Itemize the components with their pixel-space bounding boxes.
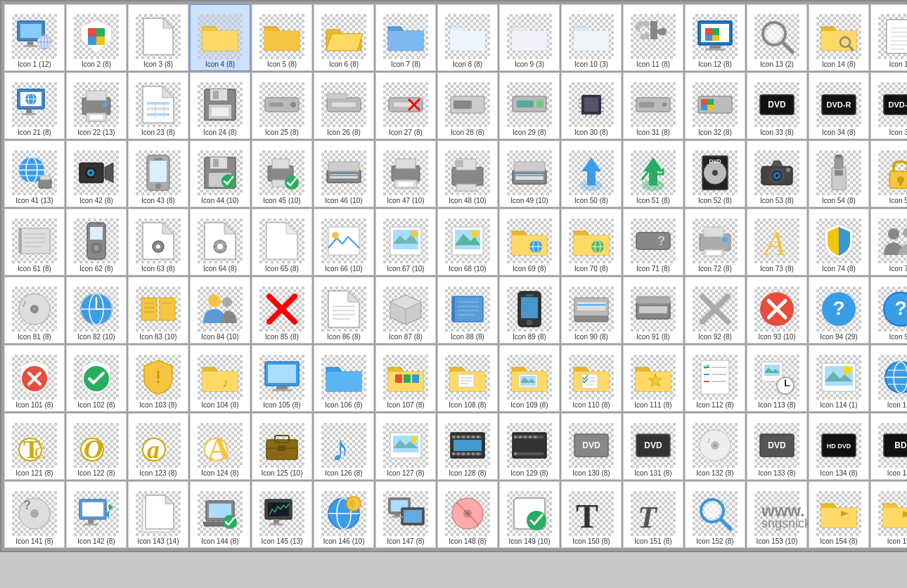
icon-cell-5[interactable]: Icon 5 (8) [252,4,312,71]
icon-cell-75[interactable]: Icon 75 [870,209,907,275]
icon-cell-141[interactable]: ?Icon 141 (8) [4,481,65,548]
icon-cell-143[interactable]: Icon 143 (14) [128,481,188,548]
icon-cell-72[interactable]: Icon 72 (8) [685,209,745,275]
icon-cell-33[interactable]: DVDIcon 33 (8) [747,72,807,139]
icon-cell-61[interactable]: Icon 61 (8) [4,209,65,275]
icon-cell-49[interactable]: Icon 49 (10) [499,141,560,207]
icon-cell-13[interactable]: Icon 13 (2) [747,4,807,71]
icon-cell-45[interactable]: Icon 45 (10) [252,141,312,207]
icon-cell-64[interactable]: Icon 64 (8) [190,209,250,275]
icon-cell-105[interactable]: Icon 105 (8) [252,345,312,412]
icon-cell-88[interactable]: Icon 88 (8) [437,277,498,344]
icon-cell-94[interactable]: ?Icon 94 (29) [809,277,869,344]
icon-cell-66[interactable]: Icon 66 (10) [314,209,374,275]
icon-cell-152[interactable]: Icon 152 (8) [685,481,745,548]
icon-cell-21[interactable]: Icon 21 (8) [4,72,65,139]
icon-cell-115[interactable]: Icon 115 [870,345,907,412]
icon-cell-133[interactable]: DVDIcon 133 (8) [747,413,807,480]
icon-cell-84[interactable]: Icon 84 (10) [190,277,250,344]
icon-cell-150[interactable]: TIcon 150 (8) [561,481,622,548]
icon-cell-125[interactable]: Icon 125 (10) [252,413,312,480]
icon-cell-71[interactable]: ?Icon 71 (8) [623,209,683,275]
icon-cell-12[interactable]: Icon 12 (8) [685,4,745,71]
icon-cell-134[interactable]: HD DVDIcon 134 (8) [809,413,869,480]
icon-cell-30[interactable]: Icon 30 (8) [561,72,622,139]
icon-cell-85[interactable]: Icon 85 (8) [252,277,312,344]
icon-cell-127[interactable]: Icon 127 (8) [375,413,436,480]
icon-cell-153[interactable]: www.sngsnickIcon 153 (10) [747,481,807,548]
icon-cell-89[interactable]: Icon 89 (8) [499,277,560,344]
icon-cell-112[interactable]: Icon 112 (8) [685,345,745,412]
icon-cell-81[interactable]: ♪Icon 81 (8) [4,277,65,344]
icon-cell-54[interactable]: Icon 54 (8) [809,141,869,207]
icon-cell-90[interactable]: Icon 90 (8) [561,277,622,344]
icon-cell-108[interactable]: Icon 108 (8) [437,345,498,412]
icon-cell-146[interactable]: Icon 146 (10) [314,481,374,548]
icon-cell-101[interactable]: Icon 101 (8) [4,345,65,412]
icon-cell-55[interactable]: Icon 55 [870,141,907,207]
icon-cell-3[interactable]: Icon 3 (8) [128,4,188,71]
icon-cell-47[interactable]: Icon 47 (10) [375,141,436,207]
icon-cell-107[interactable]: Icon 107 (8) [375,345,436,412]
icon-cell-51[interactable]: Icon 51 (8) [623,141,683,207]
icon-cell-28[interactable]: Icon 28 (8) [437,72,498,139]
icon-cell-34[interactable]: DVD-RIcon 34 (8) [809,72,869,139]
icon-cell-87[interactable]: Icon 87 (8) [375,277,436,344]
icon-cell-27[interactable]: Icon 27 (8) [375,72,436,139]
icon-cell-52[interactable]: DVDIcon 52 (8) [685,141,745,207]
icon-cell-6[interactable]: Icon 6 (8) [314,4,374,71]
icon-cell-25[interactable]: Icon 25 (8) [252,72,312,139]
icon-cell-63[interactable]: Icon 63 (8) [128,209,188,275]
icon-cell-32[interactable]: Icon 32 (8) [685,72,745,139]
icon-cell-43[interactable]: Icon 43 (8) [128,141,188,207]
icon-cell-102[interactable]: Icon 102 (8) [66,345,127,412]
icon-cell-46[interactable]: Icon 46 (10) [314,141,374,207]
icon-cell-9[interactable]: Icon 9 (3) [499,4,560,71]
icon-cell-145[interactable]: Icon 145 (13) [252,481,312,548]
icon-cell-111[interactable]: Icon 111 (8) [623,345,683,412]
icon-cell-44[interactable]: Icon 44 (10) [190,141,250,207]
icon-cell-48[interactable]: Icon 48 (10) [437,141,498,207]
icon-cell-8[interactable]: Icon 8 (8) [437,4,498,71]
icon-cell-124[interactable]: AIcon 124 (8) [190,413,250,480]
icon-cell-42[interactable]: Icon 42 (8) [66,141,127,207]
icon-cell-103[interactable]: !Icon 103 (8) [128,345,188,412]
icon-cell-22[interactable]: Icon 22 (13) [66,72,127,139]
icon-cell-142[interactable]: Icon 142 (8) [66,481,127,548]
icon-cell-10[interactable]: Icon 10 (3) [561,4,622,71]
icon-cell-114[interactable]: Icon 114 (1) [809,345,869,412]
icon-cell-129[interactable]: Icon 129 (8) [499,413,560,480]
icon-cell-31[interactable]: Icon 31 (8) [623,72,683,139]
icon-cell-65[interactable]: Icon 65 (8) [252,209,312,275]
icon-cell-26[interactable]: Icon 26 (8) [314,72,374,139]
icon-cell-73[interactable]: AIcon 73 (8) [747,209,807,275]
icon-cell-135[interactable]: BDIcon 135 [870,413,907,480]
icon-cell-110[interactable]: Icon 110 (8) [561,345,622,412]
icon-cell-132[interactable]: ♪Icon 132 (8) [685,413,745,480]
icon-cell-151[interactable]: TIcon 151 (8) [623,481,683,548]
icon-cell-86[interactable]: Icon 86 (8) [314,277,374,344]
icon-cell-62[interactable]: Icon 62 (8) [66,209,127,275]
icon-cell-67[interactable]: Icon 67 (10) [375,209,436,275]
icon-cell-69[interactable]: Icon 69 (8) [499,209,560,275]
icon-cell-53[interactable]: Icon 53 (8) [747,141,807,207]
icon-cell-123[interactable]: aIcon 123 (8) [128,413,188,480]
icon-cell-1[interactable]: Icon 1 (12) [4,4,65,71]
icon-cell-68[interactable]: Icon 68 (10) [437,209,498,275]
icon-cell-23[interactable]: Icon 23 (8) [128,72,188,139]
icon-cell-126[interactable]: ♪Icon 126 (8) [314,413,374,480]
icon-cell-2[interactable]: Icon 2 (8) [66,4,127,71]
icon-cell-131[interactable]: DVDIcon 131 (8) [623,413,683,480]
icon-cell-144[interactable]: Icon 144 (8) [190,481,250,548]
icon-cell-15[interactable]: Icon 15 [870,4,907,71]
icon-cell-11[interactable]: Icon 11 (8) [623,4,683,71]
icon-cell-104[interactable]: ♪Icon 104 (8) [190,345,250,412]
icon-cell-121[interactable]: TCIcon 121 (8) [4,413,65,480]
icon-cell-4[interactable]: Icon 4 (8) [190,4,250,71]
icon-cell-95[interactable]: ?Icon 95 [870,277,907,344]
icon-cell-92[interactable]: Icon 92 (8) [685,277,745,344]
icon-cell-113[interactable]: Icon 113 (8) [747,345,807,412]
icon-cell-93[interactable]: Icon 93 (10) [747,277,807,344]
icon-cell-122[interactable]: OIcon 122 (8) [66,413,127,480]
icon-cell-41[interactable]: Icon 41 (13) [4,141,65,207]
